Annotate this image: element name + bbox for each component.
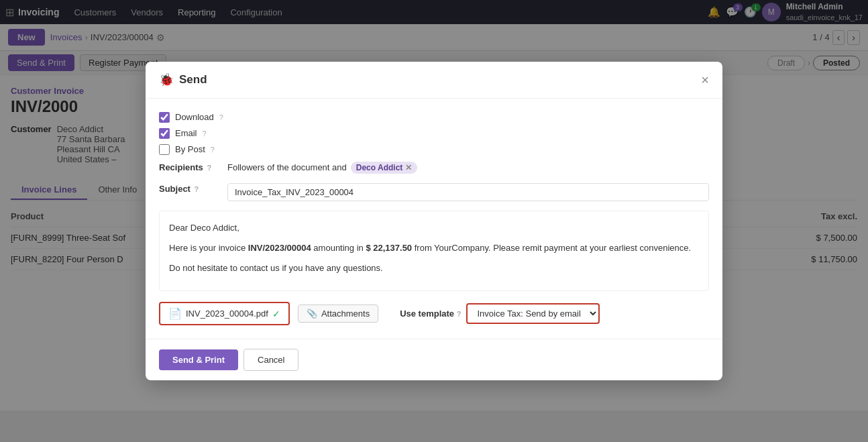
send-print-modal-button[interactable]: Send & Print bbox=[159, 349, 238, 370]
email-line1-mid: amounting in bbox=[311, 243, 366, 253]
email-line1-pre: Here is your invoice bbox=[169, 243, 248, 253]
modal-body: Download ? Email ? By Post ? Recipients … bbox=[146, 99, 722, 339]
recipients-row: Recipients ? Followers of the document a… bbox=[159, 162, 709, 174]
recipient-tag-name: Deco Addict bbox=[356, 163, 403, 172]
recipient-tag-remove[interactable]: ✕ bbox=[405, 163, 412, 172]
modal-header: 🐞 Send × bbox=[146, 62, 722, 99]
email-line1: Here is your invoice INV/2023/00004 amou… bbox=[169, 241, 699, 256]
use-template-help-icon: ? bbox=[457, 310, 462, 318]
cancel-modal-button[interactable]: Cancel bbox=[243, 349, 299, 371]
recipients-label: Recipients ? bbox=[159, 162, 219, 172]
email-line1-post: from YourCompany. Please remit payment a… bbox=[412, 243, 691, 253]
check-icon: ✓ bbox=[272, 309, 280, 319]
bypost-help-icon: ? bbox=[211, 146, 215, 154]
bypost-checkbox[interactable] bbox=[159, 144, 170, 155]
subject-value bbox=[227, 183, 709, 201]
attachments-button[interactable]: 📎 Attachments bbox=[298, 305, 378, 323]
recipients-value: Followers of the document and Deco Addic… bbox=[227, 162, 709, 174]
paperclip-icon: 📎 bbox=[307, 309, 317, 319]
subject-input[interactable] bbox=[227, 183, 709, 201]
modal-footer: Send & Print Cancel bbox=[146, 339, 722, 380]
recipients-help-icon: ? bbox=[207, 164, 211, 172]
modal-close-button[interactable]: × bbox=[701, 73, 709, 87]
recipient-tag: Deco Addict ✕ bbox=[351, 162, 418, 174]
download-checkbox[interactable] bbox=[159, 112, 170, 123]
bypost-label: By Post bbox=[175, 144, 205, 154]
email-help-icon: ? bbox=[203, 129, 207, 137]
email-line2: Do not hesitate to contact us if you hav… bbox=[169, 261, 699, 276]
email-row: Email ? bbox=[159, 128, 709, 139]
modal-title: Send bbox=[179, 73, 696, 87]
download-row: Download ? bbox=[159, 112, 709, 123]
modal-icon: 🐞 bbox=[159, 72, 174, 87]
bypost-row: By Post ? bbox=[159, 144, 709, 155]
attachment-filename: INV_2023_00004.pdf bbox=[186, 309, 268, 319]
email-amount: $ 22,137.50 bbox=[366, 243, 412, 253]
attachment-file: 📄 INV_2023_00004.pdf ✓ bbox=[159, 302, 290, 325]
subject-label: Subject ? bbox=[159, 183, 219, 194]
modal-overlay: 🐞 Send × Download ? Email ? By Post ? bbox=[0, 0, 868, 410]
subject-help-icon: ? bbox=[195, 185, 199, 193]
email-greeting: Dear Deco Addict, bbox=[169, 221, 699, 235]
attachment-row: 📄 INV_2023_00004.pdf ✓ 📎 Attachments Use… bbox=[159, 302, 709, 325]
email-label: Email bbox=[175, 128, 197, 138]
attachments-section: 📄 INV_2023_00004.pdf ✓ 📎 Attachments Use… bbox=[159, 302, 709, 325]
use-template-area: Use template ? Invoice Tax: Send by emai… bbox=[400, 303, 600, 324]
send-modal: 🐞 Send × Download ? Email ? By Post ? bbox=[146, 62, 722, 380]
email-checkbox[interactable] bbox=[159, 128, 170, 139]
pdf-icon: 📄 bbox=[168, 307, 182, 320]
invoice-ref: INV/2023/00004 bbox=[248, 243, 311, 253]
subject-row: Subject ? bbox=[159, 183, 709, 201]
use-template-label: Use template ? bbox=[400, 309, 461, 319]
email-body: Dear Deco Addict, Here is your invoice I… bbox=[159, 211, 709, 291]
download-label: Download bbox=[175, 112, 214, 122]
download-help-icon: ? bbox=[219, 113, 223, 121]
template-select[interactable]: Invoice Tax: Send by email bbox=[466, 303, 600, 324]
recipients-description: Followers of the document and bbox=[227, 162, 347, 172]
